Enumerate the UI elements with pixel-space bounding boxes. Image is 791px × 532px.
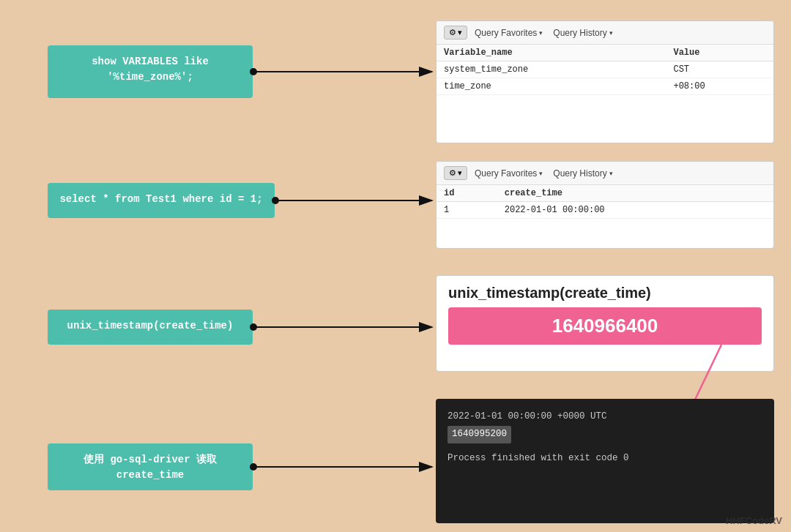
panel3-value: 1640966400 — [448, 307, 762, 345]
gear-button-2[interactable]: ⚙ ▾ — [444, 166, 467, 180]
query-history-tab-1[interactable]: Query History ▾ — [550, 26, 615, 40]
cell-createtime-1: 2022-01-01 00:00:00 — [497, 202, 773, 219]
panel1-table: Variable_name Value system_time_zone CST… — [437, 45, 773, 95]
query-favorites-tab-2[interactable]: Query Favorites ▾ — [472, 167, 546, 180]
code-box-1: show VARIABLES like '%time_zone%'; — [48, 45, 253, 98]
result-panel-4: 2022-01-01 00:00:00 +0000 UTC 1640995200… — [436, 399, 774, 523]
panel1-col-varname: Variable_name — [437, 45, 666, 61]
table-row: time_zone +08:00 — [437, 78, 773, 95]
gear-dropdown-caret-2: ▾ — [458, 168, 462, 178]
cell-tz-value: +08:00 — [666, 78, 773, 95]
favorites-caret-1: ▾ — [539, 29, 543, 37]
history-caret-1: ▾ — [609, 29, 613, 37]
favorites-caret-2: ▾ — [539, 170, 543, 177]
result-panel-1: ⚙ ▾ Query Favorites ▾ Query History ▾ Va… — [436, 20, 774, 143]
history-caret-2: ▾ — [609, 170, 613, 177]
result-panel-2: ⚙ ▾ Query Favorites ▾ Query History ▾ id… — [436, 161, 774, 249]
query-favorites-label-1: Query Favorites — [475, 28, 537, 38]
query-favorites-label-2: Query Favorites — [475, 168, 537, 179]
panel2-col-id: id — [437, 185, 497, 202]
gear-dropdown-caret-1: ▾ — [458, 28, 462, 37]
terminal-line-2: 1640995200 — [448, 424, 762, 443]
gear-icon-2: ⚙ — [449, 168, 456, 178]
terminal-line-1: 2022-01-01 00:00:00 +0000 UTC — [448, 409, 762, 424]
code-box-2: select * from Test1 where id = 1; — [48, 183, 275, 218]
cell-id-1: 1 — [437, 202, 497, 219]
terminal-highlight-value: 1640995200 — [448, 426, 511, 443]
table-row: system_time_zone CST — [437, 61, 773, 78]
cell-system-tz-name: system_time_zone — [437, 61, 666, 78]
gear-button-1[interactable]: ⚙ ▾ — [444, 26, 467, 40]
gear-icon-1: ⚙ — [449, 28, 456, 37]
code-box-2-text: select * from Test1 where id = 1; — [59, 193, 262, 205]
code-box-3: unix_timestamp(create_time) — [48, 310, 253, 345]
query-history-tab-2[interactable]: Query History ▾ — [550, 167, 615, 180]
code-box-4: 使用 go-sql-driver 读取 create_time — [48, 443, 253, 490]
code-box-1-text: show VARIABLES like '%time_zone%'; — [92, 56, 209, 83]
cell-tz-name: time_zone — [437, 78, 666, 95]
watermark: HHFCodeRV — [726, 515, 782, 526]
panel2-toolbar: ⚙ ▾ Query Favorites ▾ Query History ▾ — [437, 162, 773, 185]
query-history-label-1: Query History — [553, 28, 606, 38]
cell-system-tz-value: CST — [666, 61, 773, 78]
code-box-4-text: 使用 go-sql-driver 读取 create_time — [83, 454, 217, 481]
panel2-col-createtime: create_time — [497, 185, 773, 202]
result-panel-3: unix_timestamp(create_time) 1640966400 — [436, 275, 774, 372]
panel2-table: id create_time 1 2022-01-01 00:00:00 — [437, 185, 773, 219]
panel3-header: unix_timestamp(create_time) — [437, 276, 773, 307]
table-row: 1 2022-01-01 00:00:00 — [437, 202, 773, 219]
query-favorites-tab-1[interactable]: Query Favorites ▾ — [472, 26, 546, 40]
query-history-label-2: Query History — [553, 168, 606, 179]
panel1-col-value: Value — [666, 45, 773, 61]
panel1-toolbar: ⚙ ▾ Query Favorites ▾ Query History ▾ — [437, 21, 773, 45]
terminal-line-3: Process finished with exit code 0 — [448, 451, 762, 466]
code-box-3-text: unix_timestamp(create_time) — [67, 320, 234, 331]
